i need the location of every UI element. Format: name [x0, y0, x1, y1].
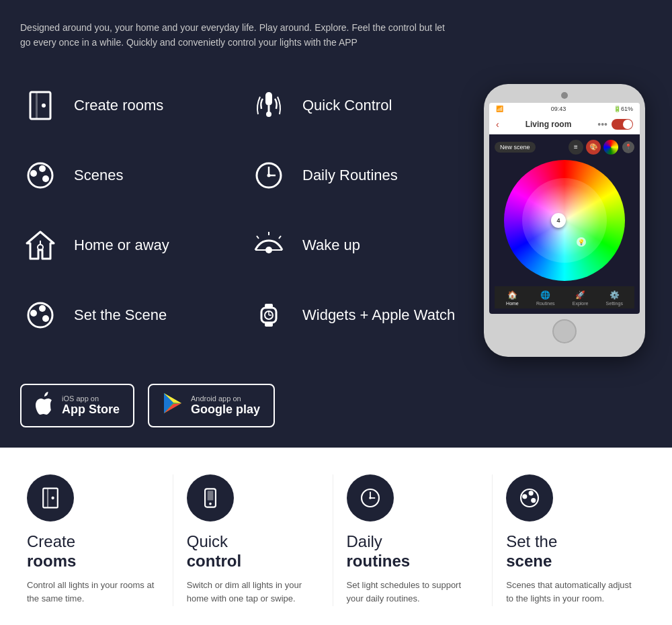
bottom-daily-routines: Daily routines Set light schedules to su… [333, 474, 493, 606]
home-or-away-label: Home or away [74, 237, 169, 254]
features-section: Create rooms Scenes [0, 64, 672, 364]
phone-nav-settings-label: Settings [606, 301, 623, 306]
bottom-create-rooms: Create rooms Control all lights in your … [20, 474, 173, 606]
svg-point-10 [30, 310, 37, 317]
ios-app-store-button[interactable]: iOS app on App Store [20, 384, 134, 427]
svg-point-18 [267, 173, 271, 177]
phone-home-button[interactable] [552, 319, 577, 343]
phone-list-icon[interactable]: ≡ [569, 140, 583, 155]
bottom-set-the-scene: Set the scene Scenes that automatically … [493, 474, 652, 606]
phone-battery: 🔋61% [614, 106, 633, 112]
svg-rect-30 [43, 488, 58, 507]
bottom-set-the-scene-title-bold: scene [506, 552, 552, 571]
android-play-store-button[interactable]: Android app on Google play [148, 384, 275, 427]
app-stores-section: iOS app on App Store Android app on Goog… [0, 364, 672, 448]
scenes-icon [20, 155, 60, 196]
create-rooms-label: Create rooms [74, 97, 163, 114]
android-store-text: Android app on Google play [191, 394, 260, 417]
phone-nav-explore-icon: 🚀 [575, 290, 585, 300]
phone-nav-settings-icon: ⚙️ [610, 290, 620, 300]
bottom-daily-routines-desc: Set light schedules to support your dail… [347, 579, 479, 607]
wake-up-icon [249, 225, 289, 265]
phone-wheel-icon[interactable] [603, 140, 618, 155]
header-description: Designed around you, your home and your … [0, 0, 470, 64]
svg-point-2 [42, 103, 46, 108]
feature-widgets-apple-watch: Widgets + Apple Watch [242, 280, 470, 350]
svg-rect-1 [36, 92, 38, 119]
quick-control-label: Quick Control [302, 97, 392, 114]
daily-routines-label: Daily Routines [302, 167, 398, 184]
color-wheel-pin-bulb: 💡 [577, 237, 586, 247]
bottom-daily-routines-icon [347, 474, 394, 522]
bottom-quick-control: Quick control Switch or dim all lights i… [173, 474, 333, 606]
svg-point-43 [531, 498, 536, 503]
home-or-away-icon [20, 225, 60, 265]
feature-set-the-scene: Set the Scene [13, 280, 242, 350]
bottom-set-the-scene-desc: Scenes that automatically adjust to the … [506, 579, 638, 607]
android-icon [163, 392, 183, 419]
widgets-apple-watch-label: Widgets + Apple Watch [302, 306, 455, 324]
phone-mockup-container: 📶 09:43 🔋61% ‹ Living room ••• [470, 71, 659, 357]
wake-up-label: Wake up [302, 237, 360, 254]
bottom-set-the-scene-title-normal: Set the [506, 532, 557, 552]
svg-rect-25 [265, 304, 273, 308]
phone-pin-btn[interactable]: 📍 [622, 141, 634, 153]
android-store-large-label: Google play [191, 403, 260, 417]
ios-store-small-label: iOS app on [62, 394, 120, 403]
svg-point-32 [51, 497, 54, 499]
svg-point-39 [369, 497, 372, 499]
svg-rect-0 [30, 92, 50, 119]
phone-palette-icon[interactable]: 🎨 [586, 140, 601, 155]
phone-nav-explore-label: Explore [573, 301, 589, 306]
create-rooms-icon [20, 85, 60, 126]
svg-point-14 [266, 112, 271, 117]
phone-nav-home[interactable]: 🏠 Home [506, 290, 519, 306]
svg-point-42 [529, 491, 534, 495]
color-wheel[interactable]: 4 💡 [504, 160, 625, 281]
phone-nav-explore[interactable]: 🚀 Explore [573, 290, 589, 306]
phone-camera [561, 92, 568, 99]
set-the-scene-label: Set the Scene [74, 306, 167, 324]
svg-rect-26 [265, 323, 273, 327]
header-text: Designed around you, your home and your … [20, 22, 445, 48]
set-the-scene-icon [20, 295, 60, 335]
color-wheel-pin-4: 4 [551, 213, 566, 228]
phone-time: 09:43 [551, 106, 566, 112]
phone-signal: 📶 [496, 106, 503, 112]
bottom-daily-routines-title-normal: Daily [347, 532, 382, 552]
feature-quick-control: Quick Control [242, 71, 470, 140]
phone-nav-home-icon: 🏠 [507, 290, 517, 300]
ios-icon [35, 392, 54, 419]
svg-line-22 [279, 236, 281, 239]
phone-nav-routines[interactable]: 🌐 Routines [536, 290, 555, 306]
feature-home-or-away: Home or away [13, 210, 242, 280]
svg-point-5 [39, 165, 46, 172]
ios-store-text: iOS app on App Store [62, 394, 120, 417]
svg-line-21 [257, 236, 259, 239]
bottom-daily-routines-title-bold: routines [347, 552, 411, 571]
android-store-small-label: Android app on [191, 394, 260, 403]
features-right: Quick Control Daily Routines [242, 71, 470, 357]
phone-status-bar: 📶 09:43 🔋61% [489, 103, 640, 115]
bottom-create-rooms-title-bold: rooms [27, 552, 76, 571]
svg-point-11 [39, 305, 46, 312]
bottom-create-rooms-desc: Control all lights in your rooms at the … [27, 579, 159, 607]
scenes-label: Scenes [74, 167, 123, 184]
ios-store-large-label: App Store [62, 403, 120, 417]
bottom-set-the-scene-icon [506, 474, 553, 522]
svg-point-41 [522, 494, 527, 499]
feature-wake-up: Wake up [242, 210, 470, 280]
phone-mockup: 📶 09:43 🔋61% ‹ Living room ••• [484, 84, 645, 357]
phone-bottom-nav: 🏠 Home 🌐 Routines 🚀 Explore ⚙️ [495, 286, 634, 308]
bottom-create-rooms-icon [27, 474, 74, 522]
widgets-apple-watch-icon [249, 295, 289, 335]
bottom-quick-control-title-bold: control [187, 552, 241, 571]
phone-toolbar: New scene ≡ 🎨 📍 [495, 140, 634, 155]
phone-nav-settings[interactable]: ⚙️ Settings [606, 290, 623, 306]
quick-control-icon [249, 85, 289, 126]
phone-content-area: New scene ≡ 🎨 📍 4 💡 [489, 134, 640, 314]
phone-new-scene-btn[interactable]: New scene [495, 142, 536, 153]
phone-room-name: Living room [526, 120, 572, 129]
svg-point-4 [30, 170, 37, 177]
bottom-create-rooms-title-normal: Create [27, 532, 75, 552]
